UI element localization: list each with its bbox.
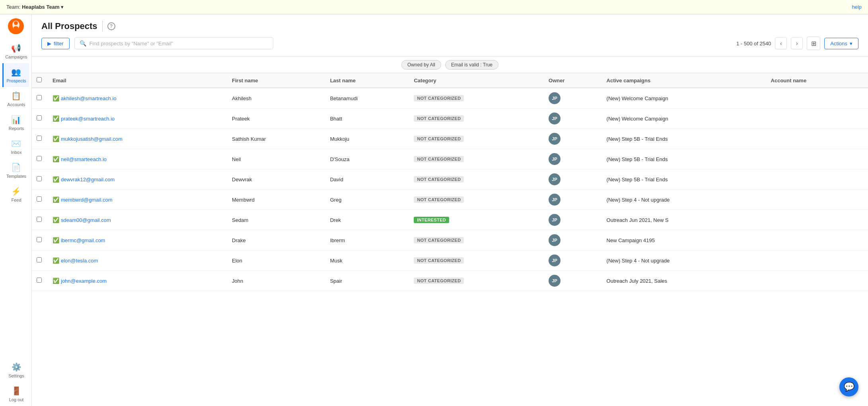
filter-tag[interactable]: Email is valid : True (445, 60, 498, 70)
email-link[interactable]: john@example.com (61, 278, 107, 284)
first-name: Elon (227, 251, 325, 271)
help-icon[interactable]: ? (107, 22, 115, 30)
row-checkbox[interactable] (37, 115, 42, 120)
last-name: D'Souza (325, 149, 409, 169)
sidebar-item-prospects[interactable]: 👥 Prospects (2, 63, 29, 87)
active-campaign: (New) Step 4 - Not upgrade (602, 251, 766, 271)
email-link[interactable]: elon@tesla.com (61, 258, 98, 264)
active-filters: Owned by AllEmail is valid : True (32, 57, 868, 73)
help-link[interactable]: help (852, 4, 862, 10)
row-checkbox[interactable] (37, 136, 42, 141)
logout-icon: 🚪 (12, 386, 21, 396)
email-link[interactable]: neil@smarteeach.io (61, 156, 107, 162)
pagination-info: 1 - 500 of 2540 (736, 41, 771, 47)
owner-avatar: JP (549, 113, 561, 124)
active-campaign: New Campaign 4195 (602, 230, 766, 251)
account-name (766, 230, 868, 251)
select-all-checkbox[interactable] (37, 77, 42, 82)
row-checkbox[interactable] (37, 176, 42, 181)
chat-button[interactable]: 💬 (839, 377, 858, 396)
inbox-icon: ✉️ (11, 139, 21, 148)
row-checkbox[interactable] (37, 196, 42, 202)
svg-point-2 (14, 21, 18, 25)
verified-icon: ✅ (53, 196, 59, 203)
table-row: ✅membwrd@gmail.comMembwrdGregNOT CATEGOR… (32, 190, 868, 210)
active-campaign: (New) Step 5B - Trial Ends (602, 169, 766, 190)
sidebar-item-inbox[interactable]: ✉️ Inbox (2, 135, 29, 159)
last-name: Ibrerm (325, 230, 409, 251)
team-name[interactable]: Heaplabs Team (22, 4, 59, 10)
email-link[interactable]: akhilesh@smartreach.io (61, 95, 117, 101)
pagination-prev-button[interactable]: ‹ (775, 37, 787, 49)
sidebar-item-feed[interactable]: ⚡ Feed (2, 183, 29, 206)
owner-avatar: JP (549, 214, 561, 226)
sidebar-item-templates[interactable]: 📄 Templates (2, 159, 29, 183)
sidebar-item-campaigns[interactable]: 📢 Campaigns (2, 39, 29, 63)
owner-avatar: JP (549, 173, 561, 185)
email-link[interactable]: membwrd@gmail.com (61, 197, 113, 203)
logo[interactable] (7, 17, 25, 36)
verified-icon: ✅ (53, 278, 59, 284)
col-header-1: Email (48, 73, 227, 88)
sidebar-item-label: Accounts (7, 102, 25, 107)
category-badge: NOT CATEGORIZED (414, 136, 464, 142)
account-name (766, 210, 868, 230)
last-name: David (325, 169, 409, 190)
verified-icon: ✅ (53, 136, 59, 142)
sidebar-item-label: Reports (9, 126, 24, 131)
email-link[interactable]: prateek@smartreach.io (61, 116, 115, 122)
col-header-5: Owner (544, 73, 602, 88)
email-link[interactable]: ibermc@gmail.com (61, 237, 105, 243)
owner-avatar: JP (549, 133, 561, 145)
account-name (766, 190, 868, 210)
email-link[interactable]: mukkojusatish@gmail.com (61, 136, 123, 142)
last-name: Greg (325, 190, 409, 210)
table-row: ✅prateek@smartreach.ioPrateekBhattNOT CA… (32, 109, 868, 129)
filter-tag[interactable]: Owned by All (401, 60, 441, 70)
page-header: All Prospects ? ▶ filter 🔍 1 - 500 of 25… (32, 14, 868, 57)
verified-icon: ✅ (53, 237, 59, 243)
sidebar-item-label: Templates (6, 174, 26, 179)
main-content: All Prospects ? ▶ filter 🔍 1 - 500 of 25… (32, 14, 868, 406)
sidebar-item-settings[interactable]: ⚙️ Settings (6, 358, 26, 382)
verified-icon: ✅ (53, 257, 59, 264)
sidebar-item-label: Campaigns (5, 54, 27, 59)
email-link[interactable]: dewvrak12@gmail.com (61, 177, 115, 183)
account-name (766, 109, 868, 129)
row-checkbox[interactable] (37, 237, 42, 242)
row-checkbox[interactable] (37, 217, 42, 222)
first-name: Membwrd (227, 190, 325, 210)
search-box[interactable]: 🔍 (74, 37, 273, 49)
search-input[interactable] (90, 41, 268, 47)
table-row: ✅elon@tesla.comElonMuskNOT CATEGORIZEDJP… (32, 251, 868, 271)
grid-view-button[interactable]: ⊞ (807, 37, 820, 50)
table-row: ✅dewvrak12@gmail.comDewvrakDavidNOT CATE… (32, 169, 868, 190)
filter-button[interactable]: ▶ filter (41, 38, 70, 49)
email-link[interactable]: sdeam00@gmail.com (61, 217, 111, 223)
sidebar-item-reports[interactable]: 📊 Reports (2, 111, 29, 135)
last-name: Spair (325, 271, 409, 291)
toolbar: ▶ filter 🔍 1 - 500 of 2540 ‹ › ⊞ Actions… (41, 37, 858, 53)
row-checkbox[interactable] (37, 257, 42, 262)
pagination-next-button[interactable]: › (791, 37, 803, 49)
settings-icon: ⚙️ (12, 362, 21, 372)
actions-button[interactable]: Actions ▾ (824, 38, 858, 49)
row-checkbox[interactable] (37, 156, 42, 161)
account-name (766, 88, 868, 109)
sidebar: 📢 Campaigns 👥 Prospects 📋 Accounts 📊 Rep… (0, 14, 32, 406)
first-name: Neil (227, 149, 325, 169)
col-header-6: Active campaigns (602, 73, 766, 88)
prospects-icon: 👥 (11, 67, 21, 77)
row-checkbox[interactable] (37, 95, 42, 100)
sidebar-item-logout[interactable]: 🚪 Log out (6, 382, 26, 406)
category-badge: NOT CATEGORIZED (414, 115, 464, 122)
account-name (766, 129, 868, 149)
verified-icon: ✅ (53, 115, 59, 122)
active-campaign: (New) Step 5B - Trial Ends (602, 129, 766, 149)
sidebar-item-accounts[interactable]: 📋 Accounts (2, 87, 29, 111)
first-name: Akhilesh (227, 88, 325, 109)
title-divider (102, 21, 103, 32)
first-name: Sedam (227, 210, 325, 230)
campaigns-icon: 📢 (11, 43, 21, 53)
row-checkbox[interactable] (37, 278, 42, 283)
